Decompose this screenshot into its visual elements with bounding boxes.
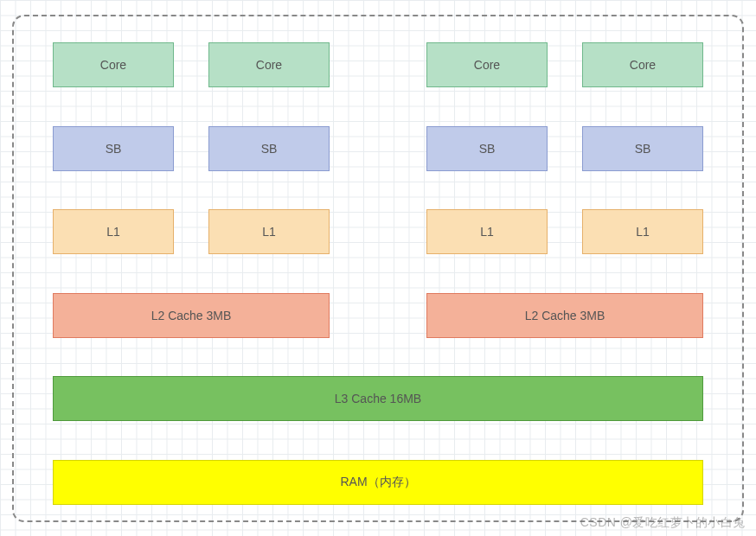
sb-box: SB xyxy=(582,126,703,171)
l1-label: L1 xyxy=(636,225,650,239)
l3-row: L3 Cache 16MB xyxy=(53,376,703,421)
l2-box: L2 Cache 3MB xyxy=(53,293,330,338)
ram-label: RAM（内存） xyxy=(340,475,415,490)
core-group-left: Core Core xyxy=(53,42,330,87)
sb-label: SB xyxy=(261,142,278,156)
core-label: Core xyxy=(474,58,500,72)
l1-group-left: L1 L1 xyxy=(53,209,330,254)
l1-label: L1 xyxy=(106,225,120,239)
l2-label: L2 Cache 3MB xyxy=(525,309,605,322)
core-row: Core Core Core Core xyxy=(53,42,703,87)
l1-group-right: L1 L1 xyxy=(426,209,703,254)
l1-row: L1 L1 L1 L1 xyxy=(53,209,703,254)
ram-row: RAM（内存） xyxy=(53,460,703,505)
l2-row: L2 Cache 3MB L2 Cache 3MB xyxy=(53,293,703,338)
sb-box: SB xyxy=(426,126,548,171)
l1-label: L1 xyxy=(262,225,276,239)
sb-label: SB xyxy=(479,142,496,156)
sb-box: SB xyxy=(208,126,330,171)
core-box: Core xyxy=(208,42,330,87)
core-box: Core xyxy=(426,42,548,87)
ram-box: RAM（内存） xyxy=(53,460,703,505)
sb-row: SB SB SB SB xyxy=(53,126,703,171)
l2-box: L2 Cache 3MB xyxy=(426,293,703,338)
l1-label: L1 xyxy=(480,225,494,239)
l3-label: L3 Cache 16MB xyxy=(335,392,421,405)
core-label: Core xyxy=(630,58,656,72)
l2-label: L2 Cache 3MB xyxy=(151,309,232,322)
sb-label: SB xyxy=(635,142,651,156)
l1-box: L1 xyxy=(53,209,174,254)
sb-group-right: SB SB xyxy=(426,126,703,171)
sb-label: SB xyxy=(106,142,122,156)
core-box: Core xyxy=(582,42,703,87)
l1-box: L1 xyxy=(582,209,703,254)
sb-box: SB xyxy=(53,126,174,171)
core-label: Core xyxy=(100,58,126,72)
core-box: Core xyxy=(53,42,174,87)
core-group-right: Core Core xyxy=(426,42,703,87)
l1-box: L1 xyxy=(426,209,548,254)
sb-group-left: SB SB xyxy=(53,126,330,171)
core-label: Core xyxy=(256,58,282,72)
l3-box: L3 Cache 16MB xyxy=(53,376,703,421)
cpu-memory-diagram: Core Core Core Core SB SB SB SB L1 L1 L1… xyxy=(12,15,744,522)
l1-box: L1 xyxy=(208,209,330,254)
